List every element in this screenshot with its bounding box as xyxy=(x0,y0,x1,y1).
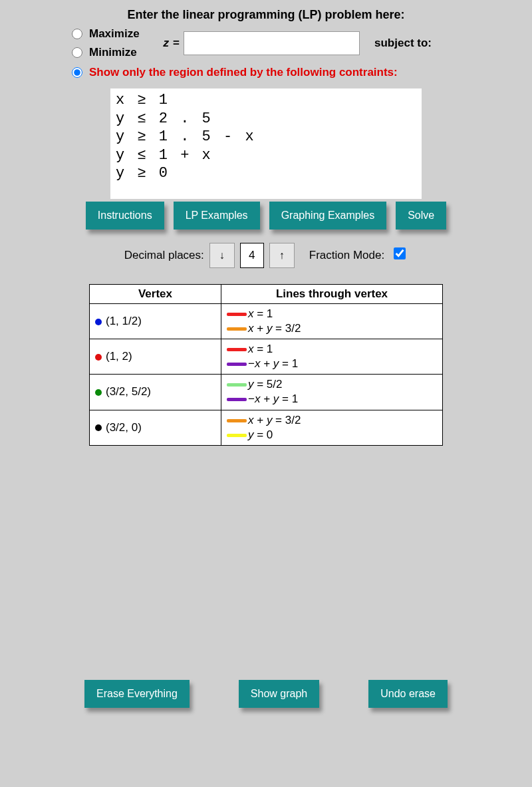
line-color-icon xyxy=(227,348,247,351)
minimize-option[interactable]: Minimize xyxy=(72,46,140,59)
minimize-label: Minimize xyxy=(89,46,137,59)
fraction-mode-label: Fraction Mode: xyxy=(309,249,384,262)
decimal-decrease-button[interactable]: ↓ xyxy=(209,243,235,268)
vertex-cell: (1, 2) xyxy=(90,339,221,375)
show-region-label: Show only the region defined by the foll… xyxy=(89,66,398,79)
vertex-cell: (3/2, 5/2) xyxy=(90,375,221,410)
line-item: x = 1 xyxy=(227,342,437,357)
vertex-label: (1, 1/2) xyxy=(106,315,142,327)
line-color-icon xyxy=(227,363,247,366)
decimal-places-label: Decimal places: xyxy=(124,249,204,262)
erase-everything-button[interactable]: Erase Everything xyxy=(84,680,190,708)
line-item: y = 0 xyxy=(227,428,437,442)
line-color-icon xyxy=(227,434,247,437)
lines-cell: x + y = 3/2y = 0 xyxy=(221,410,443,445)
vertex-cell: (1, 1/2) xyxy=(90,304,221,339)
instructions-button[interactable]: Instructions xyxy=(86,202,164,230)
vertex-header: Vertex xyxy=(90,285,221,304)
lines-cell: x = 1x + y = 3/2 xyxy=(221,304,443,339)
line-color-icon xyxy=(227,398,247,401)
fraction-mode-checkbox[interactable] xyxy=(394,247,406,259)
decimal-places-input[interactable] xyxy=(240,243,264,268)
line-equation: x = 1 xyxy=(248,307,273,320)
vertex-label: (3/2, 0) xyxy=(106,421,142,434)
line-color-icon xyxy=(227,327,247,331)
table-row: (3/2, 0)x + y = 3/2y = 0 xyxy=(90,410,443,445)
table-row: (1, 1/2)x = 1x + y = 3/2 xyxy=(90,304,443,339)
page-header: Enter the linear programming (LP) proble… xyxy=(0,8,532,22)
vertex-dot-icon xyxy=(95,354,102,361)
lines-cell: x = 1−x + y = 1 xyxy=(221,339,443,375)
line-color-icon xyxy=(227,419,247,422)
lines-cell: y = 5/2−x + y = 1 xyxy=(221,375,443,410)
line-equation: y = 0 xyxy=(248,428,273,441)
vertex-table: Vertex Lines through vertex (1, 1/2)x = … xyxy=(89,284,443,446)
solve-button[interactable]: Solve xyxy=(396,202,446,230)
line-item: x = 1 xyxy=(227,307,437,321)
decimal-increase-button[interactable]: ↑ xyxy=(269,243,295,268)
lines-header: Lines through vertex xyxy=(221,285,443,304)
vertex-cell: (3/2, 0) xyxy=(90,410,221,445)
line-item: −x + y = 1 xyxy=(227,357,437,371)
line-item: y = 5/2 xyxy=(227,377,437,392)
show-region-radio[interactable] xyxy=(72,67,82,78)
z-variable-label: z xyxy=(164,37,170,50)
maximize-option[interactable]: Maximize xyxy=(72,27,140,41)
line-item: x + y = 3/2 xyxy=(227,321,437,336)
constraints-textarea[interactable] xyxy=(110,88,422,199)
line-equation: x = 1 xyxy=(248,343,273,355)
vertex-dot-icon xyxy=(95,389,102,396)
maximize-radio[interactable] xyxy=(72,29,82,39)
vertex-label: (3/2, 5/2) xyxy=(106,385,151,398)
vertex-dot-icon xyxy=(95,319,102,325)
table-row: (3/2, 5/2)y = 5/2−x + y = 1 xyxy=(90,375,443,410)
show-graph-button[interactable]: Show graph xyxy=(239,680,319,708)
vertex-dot-icon xyxy=(95,424,102,431)
line-equation: −x + y = 1 xyxy=(248,357,298,370)
line-item: x + y = 3/2 xyxy=(227,413,437,428)
table-row: (1, 2)x = 1−x + y = 1 xyxy=(90,339,443,375)
undo-erase-button[interactable]: Undo erase xyxy=(368,680,448,708)
line-item: −x + y = 1 xyxy=(227,392,437,406)
line-color-icon xyxy=(227,313,247,316)
maximize-label: Maximize xyxy=(89,27,140,41)
line-equation: x + y = 3/2 xyxy=(248,414,301,426)
vertex-label: (1, 2) xyxy=(106,350,132,363)
subject-to-label: subject to: xyxy=(374,37,432,50)
line-equation: y = 5/2 xyxy=(248,378,283,391)
line-color-icon xyxy=(227,383,247,387)
minimize-radio[interactable] xyxy=(72,47,82,58)
show-region-option[interactable]: Show only the region defined by the foll… xyxy=(0,66,532,79)
lp-examples-button[interactable]: LP Examples xyxy=(174,202,260,230)
objective-input[interactable] xyxy=(184,31,360,55)
line-equation: −x + y = 1 xyxy=(248,393,298,405)
graphing-examples-button[interactable]: Graphing Examples xyxy=(269,202,387,230)
line-equation: x + y = 3/2 xyxy=(248,322,301,335)
equals-label: = xyxy=(173,37,180,50)
